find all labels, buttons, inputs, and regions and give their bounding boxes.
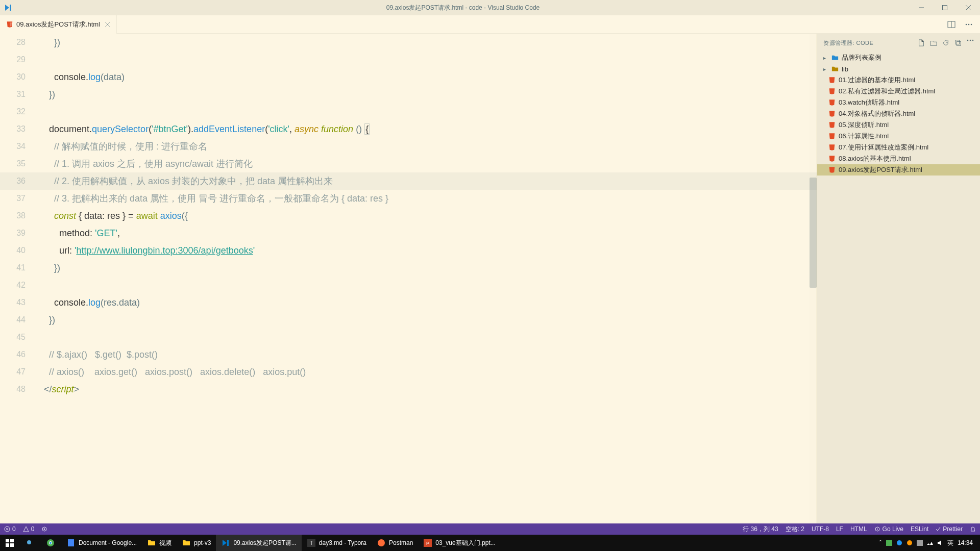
maximize-button[interactable]: [933, 0, 957, 15]
file-item[interactable]: 08.axios的基本使用.html: [817, 153, 980, 164]
code-line[interactable]: 29: [0, 51, 817, 68]
file-item[interactable]: 09.axios发起POST请求.html: [817, 164, 980, 176]
line-col-status[interactable]: 行 36，列 43: [743, 525, 778, 534]
tray-icon[interactable]: [886, 540, 892, 546]
code-line[interactable]: 40 url: 'http://www.liulongbin.top:3006/…: [0, 242, 817, 259]
svg-point-3: [966, 23, 967, 25]
file-item[interactable]: 06.计算属性.html: [817, 131, 980, 142]
minimize-button[interactable]: [910, 0, 933, 15]
taskbar-item[interactable]: 09.axios发起POST请...: [216, 535, 301, 551]
file-item[interactable]: 07.使用计算属性改造案例.html: [817, 142, 980, 153]
close-icon[interactable]: [105, 22, 110, 27]
code-line[interactable]: 36 // 2. 使用解构赋值，从 axios 封装的大对象中，把 data 属…: [0, 172, 817, 190]
svg-rect-0: [943, 6, 947, 10]
taskbar-item[interactable]: 视频: [142, 535, 177, 551]
code-line[interactable]: 41 }): [0, 259, 817, 277]
code-line[interactable]: 32: [0, 103, 817, 120]
code-line[interactable]: 48</script>: [0, 381, 817, 398]
more-icon[interactable]: [967, 39, 974, 46]
code-line[interactable]: 46 // $.ajax() $.get() $.post(): [0, 346, 817, 363]
taskbar-item[interactable]: Document - Google...: [61, 535, 142, 551]
ime-status[interactable]: 英: [947, 539, 953, 547]
html5-icon: [828, 133, 837, 140]
taskbar-item[interactable]: Tday3.md - Typora: [302, 535, 372, 551]
folder-item[interactable]: ▸品牌列表案例: [817, 52, 980, 63]
line-number: 33: [0, 124, 37, 134]
taskbar-item[interactable]: P03_vue基础入门.ppt...: [418, 535, 500, 551]
taskbar-item[interactable]: ppt-v3: [177, 535, 216, 551]
file-item[interactable]: 01.过滤器的基本使用.html: [817, 74, 980, 86]
taskbar-item[interactable]: [0, 535, 20, 551]
code-editor[interactable]: 28 })2930 console.log(data)31 })3233 doc…: [0, 34, 817, 523]
code-line[interactable]: 44 }): [0, 311, 817, 329]
svg-rect-16: [6, 539, 9, 542]
code-line[interactable]: 30 console.log(data): [0, 68, 817, 86]
split-editor-icon[interactable]: [947, 20, 955, 29]
code-line[interactable]: 39 method: 'GET',: [0, 224, 817, 242]
code-line[interactable]: 38 const { data: res } = await axios({: [0, 207, 817, 224]
line-number: 37: [0, 194, 37, 203]
file-item[interactable]: 05.深度侦听.html: [817, 119, 980, 131]
line-number: 43: [0, 298, 37, 307]
system-tray[interactable]: ˄英14:34: [879, 539, 980, 547]
file-item[interactable]: 04.对象格式的侦听器.html: [817, 108, 980, 119]
encoding-status[interactable]: UTF-8: [812, 525, 829, 533]
code-line[interactable]: 35 // 1. 调用 axios 之后，使用 async/await 进行简化: [0, 155, 817, 172]
html5-icon: [828, 144, 837, 151]
new-file-icon[interactable]: [918, 39, 925, 46]
tray-icon[interactable]: [896, 540, 902, 546]
golive-status[interactable]: Go Live: [874, 525, 903, 533]
code-line[interactable]: 33 document.querySelector('#btnGet').add…: [0, 120, 817, 138]
taskbar-item[interactable]: [41, 535, 61, 551]
lang-status[interactable]: HTML: [850, 525, 867, 533]
file-item[interactable]: 03.watch侦听器.html: [817, 97, 980, 108]
line-number: 35: [0, 159, 37, 168]
tray-icon[interactable]: [906, 540, 913, 546]
clock[interactable]: 14:34: [958, 539, 973, 546]
code-line[interactable]: 42: [0, 277, 817, 294]
collapse-all-icon[interactable]: [954, 39, 962, 46]
taskbar-label: 09.axios发起POST请...: [233, 539, 296, 547]
svg-point-8: [967, 40, 969, 41]
svg-point-27: [378, 539, 385, 546]
typora-icon: T: [307, 538, 316, 547]
ppt-icon: P: [423, 538, 432, 547]
notifications-icon[interactable]: [970, 526, 976, 532]
tab-current-file[interactable]: 09.axios发起POST请求.html: [0, 15, 117, 34]
tray-icon[interactable]: [917, 540, 923, 546]
eol-status[interactable]: LF: [836, 525, 843, 533]
doc-icon: [66, 538, 76, 547]
prettier-status[interactable]: Prettier: [936, 525, 963, 533]
close-button[interactable]: [957, 0, 980, 15]
svg-rect-24: [68, 539, 74, 546]
eslint-status[interactable]: ESLint: [911, 525, 928, 533]
taskbar-label: 03_vue基础入门.ppt...: [435, 539, 495, 547]
file-label: 04.对象格式的侦听器.html: [839, 109, 915, 118]
refresh-icon[interactable]: [942, 39, 949, 46]
code-line[interactable]: 43 console.log(res.data): [0, 294, 817, 311]
new-folder-icon[interactable]: [930, 39, 937, 46]
line-number: 31: [0, 90, 37, 99]
taskbar-item[interactable]: Postman: [372, 535, 418, 551]
more-actions-icon[interactable]: [965, 20, 973, 29]
code-line[interactable]: 31 }): [0, 86, 817, 103]
folder-icon: [182, 538, 191, 547]
code-line[interactable]: 34 // 解构赋值的时候，使用 : 进行重命名: [0, 138, 817, 155]
volume-icon[interactable]: [937, 540, 943, 546]
file-item[interactable]: 02.私有过滤器和全局过滤器.html: [817, 86, 980, 97]
folder-item[interactable]: ▸lib: [817, 63, 980, 74]
warnings-status[interactable]: 0: [23, 525, 35, 533]
chevron-up-icon[interactable]: ˄: [879, 539, 882, 546]
code-line[interactable]: 28 }): [0, 34, 817, 51]
file-tree[interactable]: ▸品牌列表案例▸lib01.过滤器的基本使用.html02.私有过滤器和全局过滤…: [817, 52, 980, 523]
editor-scrollbar[interactable]: [810, 34, 817, 523]
ports-status[interactable]: [41, 526, 47, 532]
errors-status[interactable]: 0: [4, 525, 16, 533]
code-line[interactable]: 37 // 3. 把解构出来的 data 属性，使用 冒号 进行重命名，一般都重…: [0, 190, 817, 207]
chevron-right-icon: ▸: [823, 55, 829, 61]
code-line[interactable]: 47 // axios() axios.get() axios.post() a…: [0, 363, 817, 381]
spaces-status[interactable]: 空格: 2: [786, 525, 804, 534]
taskbar-item[interactable]: [20, 535, 41, 551]
code-line[interactable]: 45: [0, 329, 817, 346]
tray-icon[interactable]: [927, 540, 933, 546]
